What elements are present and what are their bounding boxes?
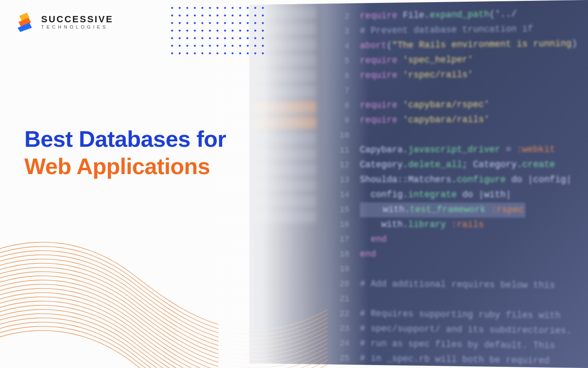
svg-point-75 <box>247 45 249 47</box>
svg-point-48 <box>239 29 241 32</box>
svg-point-25 <box>262 14 264 16</box>
svg-point-59 <box>224 37 226 39</box>
svg-point-35 <box>239 22 241 24</box>
brand-logo-icon <box>17 12 35 32</box>
svg-point-69 <box>201 45 203 47</box>
svg-point-41 <box>186 29 188 32</box>
svg-point-71 <box>216 45 218 47</box>
svg-point-84 <box>216 52 218 54</box>
svg-point-22 <box>239 14 241 16</box>
svg-point-87 <box>239 52 241 54</box>
svg-point-14 <box>178 14 181 16</box>
svg-point-12 <box>262 7 264 9</box>
svg-point-56 <box>201 37 203 39</box>
svg-point-3 <box>194 7 196 9</box>
svg-point-15 <box>186 14 188 16</box>
svg-point-43 <box>201 29 203 32</box>
svg-point-0 <box>171 7 173 9</box>
svg-point-1 <box>178 7 181 9</box>
svg-point-49 <box>247 29 249 32</box>
svg-point-33 <box>224 22 226 24</box>
svg-point-9 <box>239 7 241 9</box>
svg-point-24 <box>254 14 256 16</box>
svg-point-57 <box>209 37 211 39</box>
svg-point-89 <box>254 52 256 54</box>
headline: Best Databases for Web Applications <box>24 125 226 180</box>
dot-grid-decoration <box>170 6 265 56</box>
svg-point-34 <box>231 22 234 24</box>
code-editor-background: 2345678910111213141516171819202122232425… <box>249 0 588 368</box>
svg-point-72 <box>224 45 226 47</box>
svg-point-73 <box>231 45 234 47</box>
svg-point-44 <box>209 29 211 32</box>
svg-point-82 <box>201 52 203 54</box>
svg-point-5 <box>209 7 211 9</box>
svg-point-36 <box>247 22 249 24</box>
svg-point-10 <box>247 7 249 9</box>
brand-logo: SUCCESSIVE TECHNOLOGIES <box>17 12 113 32</box>
svg-point-65 <box>171 45 173 47</box>
svg-point-28 <box>186 22 188 24</box>
svg-point-60 <box>231 37 234 39</box>
svg-point-2 <box>186 7 188 9</box>
svg-point-29 <box>194 22 196 24</box>
svg-point-46 <box>224 29 226 32</box>
svg-point-78 <box>171 52 173 54</box>
code-line-numbers: 2345678910111213141516171819202122232425… <box>329 3 354 365</box>
svg-point-42 <box>194 29 196 32</box>
svg-point-83 <box>209 52 211 54</box>
svg-point-80 <box>186 52 188 54</box>
svg-point-67 <box>186 45 188 47</box>
svg-point-40 <box>178 29 181 32</box>
svg-point-39 <box>171 29 173 32</box>
svg-point-8 <box>231 7 234 9</box>
svg-point-52 <box>171 37 173 39</box>
svg-point-30 <box>201 22 203 24</box>
svg-point-19 <box>216 14 218 16</box>
svg-point-6 <box>216 7 218 9</box>
brand-name-bottom: TECHNOLOGIES <box>41 25 113 30</box>
svg-point-17 <box>201 14 203 16</box>
headline-line1: Best Databases for <box>24 125 226 153</box>
svg-point-23 <box>247 14 249 16</box>
svg-point-66 <box>178 45 181 47</box>
svg-point-63 <box>254 37 256 39</box>
svg-point-76 <box>254 45 256 47</box>
svg-point-21 <box>231 14 234 16</box>
svg-point-32 <box>216 22 218 24</box>
svg-point-7 <box>224 7 226 9</box>
svg-point-13 <box>171 14 173 16</box>
svg-point-55 <box>194 37 196 39</box>
svg-point-68 <box>194 45 196 47</box>
svg-point-64 <box>262 37 264 39</box>
svg-point-81 <box>194 52 196 54</box>
svg-point-38 <box>262 22 264 24</box>
svg-point-58 <box>216 37 218 39</box>
svg-point-4 <box>201 7 203 9</box>
svg-point-47 <box>231 29 234 32</box>
svg-point-62 <box>247 37 249 39</box>
svg-point-16 <box>194 14 196 16</box>
svg-point-85 <box>224 52 226 54</box>
brand-name-top: SUCCESSIVE <box>41 14 113 24</box>
svg-point-77 <box>262 45 264 47</box>
headline-line2: Web Applications <box>24 153 226 180</box>
svg-point-61 <box>239 37 241 39</box>
brand-logo-text: SUCCESSIVE TECHNOLOGIES <box>41 14 113 30</box>
hero-banner: 2345678910111213141516171819202122232425… <box>0 0 588 368</box>
svg-point-79 <box>178 52 181 54</box>
svg-point-70 <box>209 45 211 47</box>
svg-point-50 <box>254 29 256 32</box>
svg-point-54 <box>186 37 188 39</box>
svg-point-20 <box>224 14 226 16</box>
code-lines: require File.expand_path('../# Prevent d… <box>360 6 588 368</box>
svg-point-45 <box>216 29 218 32</box>
svg-point-31 <box>209 22 211 24</box>
svg-point-26 <box>171 22 173 24</box>
svg-point-86 <box>231 52 234 54</box>
svg-point-88 <box>247 52 249 54</box>
svg-point-37 <box>254 22 256 24</box>
code-sidebar <box>249 4 321 364</box>
svg-point-11 <box>254 7 256 9</box>
svg-point-18 <box>209 14 211 16</box>
